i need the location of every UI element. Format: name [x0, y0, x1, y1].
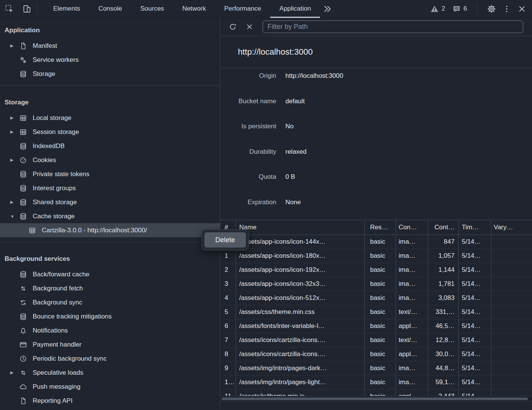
sidebar-item-push-messaging[interactable]: Push messaging	[0, 380, 220, 394]
warnings-badge[interactable]: 2	[429, 5, 446, 13]
table-cell	[491, 277, 532, 291]
chevron-right-icon[interactable]: ▶	[10, 158, 19, 162]
sidebar-item-background-sync[interactable]: Background sync	[0, 295, 220, 309]
delete-button[interactable]: Delete	[204, 232, 246, 248]
table-cell: ima…	[396, 375, 428, 389]
table-cell: 3	[220, 277, 236, 291]
card-icon	[19, 341, 27, 349]
sidebar-item-local-storage[interactable]: ▶Local storage	[0, 111, 220, 125]
table-cell: ima…	[396, 249, 428, 263]
panel-tabs: ElementsConsoleSourcesNetworkPerformance…	[44, 0, 320, 18]
settings-button[interactable]	[486, 3, 497, 14]
table-row[interactable]: 3/assets/app-icons/icon-32x3…basicima…1,…	[220, 277, 532, 291]
chevron-down-icon[interactable]: ▼	[10, 214, 19, 219]
table-cell: 331,…	[428, 305, 459, 319]
table-cell: 5/14…	[459, 291, 491, 305]
table-cell: 1,057	[428, 249, 459, 263]
sidebar-item-label: Session storage	[33, 128, 79, 136]
inspect-element-button[interactable]	[3, 3, 15, 14]
issues-badge[interactable]: 6	[451, 5, 469, 13]
refresh-button[interactable]	[227, 21, 238, 33]
table-cell: basic	[364, 249, 396, 263]
table-cell: 2,443	[428, 389, 459, 396]
table-row[interactable]: 2/assets/app-icons/icon-192x…basicima…1,…	[220, 263, 532, 277]
sidebar-item-bounce-tracking-mitigations[interactable]: Bounce tracking mitigations	[0, 309, 220, 323]
device-toolbar-button[interactable]	[21, 3, 32, 14]
more-tabs-button[interactable]	[321, 3, 333, 14]
column-header-tim[interactable]: Tim…	[459, 220, 491, 235]
sidebar-item-payment-handler[interactable]: Payment handler	[0, 337, 220, 352]
sidebar-item-periodic-background-sync[interactable]: Periodic background sync	[0, 352, 220, 366]
table-row[interactable]: 1/assets/app-icons/icon-180x…basicima…1,…	[220, 249, 532, 263]
sidebar-item-background-fetch[interactable]: Background fetch	[0, 281, 220, 295]
sidebar-item-indexeddb[interactable]: IndexedDB	[0, 139, 220, 153]
chevron-right-icon[interactable]: ▶	[10, 200, 19, 205]
sidebar-item-private-state-tokens[interactable]: Private state tokens	[0, 167, 220, 181]
table-row[interactable]: 1…/assets/img/intro/pages-light…basicima…	[220, 375, 532, 389]
sidebar-item-reporting-api[interactable]: Reporting API	[0, 394, 220, 408]
close-devtools-button[interactable]	[516, 3, 527, 14]
chevron-right-icon[interactable]: ▶	[10, 43, 19, 48]
table-cell: 1,144	[428, 263, 459, 277]
column-header-vary[interactable]: Vary…	[491, 220, 532, 235]
table-row[interactable]: 11/assets/js/theme.min.jsbasicappl…2,443…	[220, 389, 532, 396]
table-row[interactable]: 6/assets/fonts/inter-variable-l…basicapp…	[220, 319, 532, 333]
column-header-con[interactable]: Con…	[396, 220, 428, 235]
table-row[interactable]: 7/assets/icons/cartzilla-icons.…basictex…	[220, 333, 532, 347]
sidebar-item-interest-groups[interactable]: Interest groups	[0, 181, 220, 195]
sidebar-item-shared-storage[interactable]: ▶Shared storage	[0, 195, 220, 209]
sidebar-item-service-workers[interactable]: Service workers	[0, 53, 220, 67]
table-row[interactable]: 4/assets/app-icons/icon-512x…basicima…3,…	[220, 291, 532, 305]
chevron-right-icon[interactable]: ▶	[10, 370, 19, 375]
sidebar-item-speculative-loads[interactable]: ▶Speculative loads	[0, 366, 220, 380]
table-cell: 1,781	[428, 277, 459, 291]
column-header-res[interactable]: Res…	[364, 220, 396, 235]
sidebar-item-storage[interactable]: Storage	[0, 67, 220, 81]
table-cell: /assets/app-icons/icon-144x…	[236, 235, 364, 249]
sidebar-item-session-storage[interactable]: ▶Session storage	[0, 125, 220, 139]
column-header-name[interactable]: Name	[236, 220, 364, 235]
tab-console[interactable]: Console	[89, 0, 131, 18]
meta-value: No	[285, 123, 294, 130]
table-cell: appl…	[396, 347, 428, 361]
sidebar-item-cache-storage[interactable]: ▼Cache storage	[0, 209, 220, 223]
sidebar-section-application: Application▶ManifestService workersStora…	[0, 18, 220, 81]
column-header-cont[interactable]: Cont…	[428, 220, 459, 235]
horizontal-scrollbar[interactable]	[220, 396, 532, 401]
table-cell: ima…	[396, 235, 428, 249]
clear-cache-button[interactable]	[244, 21, 255, 33]
sidebar-item-label: Local storage	[33, 114, 71, 122]
table-cell: 30,0…	[428, 347, 459, 361]
filter-input[interactable]	[263, 20, 523, 33]
sidebar-item-notifications[interactable]: Notifications	[0, 323, 220, 337]
table-row[interactable]: 8/assets/icons/cartzilla-icons.…basicapp…	[220, 347, 532, 361]
tab-application[interactable]: Application	[270, 0, 320, 18]
chevron-right-icon[interactable]: ▶	[10, 129, 19, 134]
tab-network[interactable]: Network	[173, 0, 215, 18]
table-cell: 4	[220, 291, 236, 305]
table-row[interactable]: 9/assets/img/intro/pages-dark…basicima…4…	[220, 361, 532, 375]
menu-button[interactable]	[501, 3, 512, 14]
table-row[interactable]: 0/assets/app-icons/icon-144x…basicima…84…	[220, 235, 532, 249]
sidebar-item-label: Background fetch	[33, 285, 83, 292]
sidebar-item-cookies[interactable]: ▶Cookies	[0, 153, 220, 167]
sidebar-item-label: Back/forward cache	[33, 271, 89, 278]
scrollbar-thumb[interactable]	[222, 397, 528, 400]
sidebar-section-background-services: Background servicesBack/forward cacheBac…	[0, 246, 220, 408]
table-cell: 5/14…	[459, 389, 491, 396]
more-tabs-icon	[323, 4, 332, 14]
tab-sources[interactable]: Sources	[131, 0, 173, 18]
application-panel: Application▶ManifestService workersStora…	[0, 18, 532, 410]
table-row[interactable]: 5/assets/css/theme.min.cssbasictext/…331…	[220, 305, 532, 319]
meta-value: http://localhost:3000	[285, 72, 343, 80]
tab-performance[interactable]: Performance	[215, 0, 270, 18]
chevron-right-icon[interactable]: ▶	[10, 115, 19, 120]
table-cell: basic	[364, 361, 396, 375]
table-cell	[491, 347, 532, 361]
sidebar-item-manifest[interactable]: ▶Manifest	[0, 39, 220, 53]
tab-elements[interactable]: Elements	[44, 0, 89, 18]
sidebar-item-back-forward-cache[interactable]: Back/forward cache	[0, 267, 220, 281]
table-cell: 5/14…	[459, 235, 491, 249]
table-cell: 5/14…	[459, 361, 491, 375]
sidebar-item-cartzilla-3-0-0-http-localhost-3000[interactable]: Cartzilla-3.0.0 - http://localhost:3000/	[0, 223, 220, 237]
